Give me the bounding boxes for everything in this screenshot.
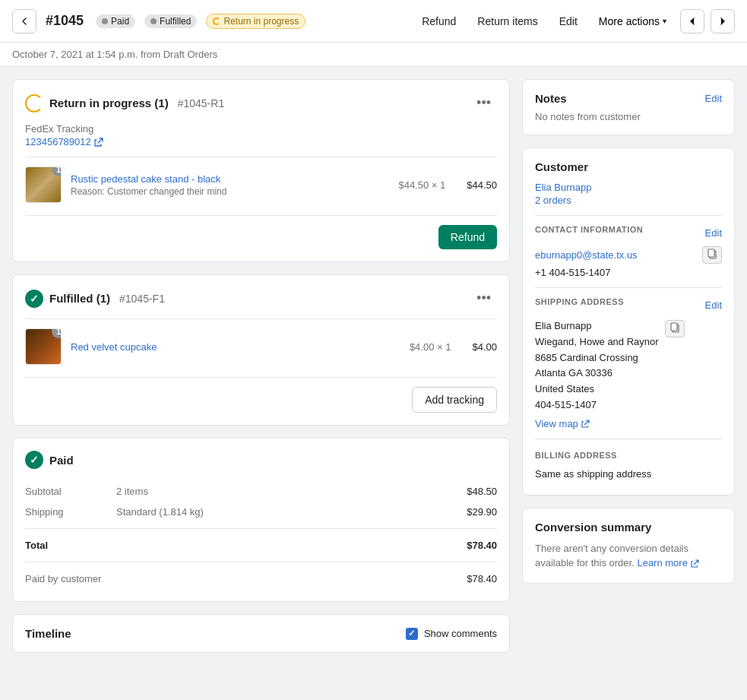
return-item-details: Rustic pedestal cake stand - black Reaso…: [71, 173, 389, 197]
total-row: Total $78.40: [25, 535, 497, 556]
svg-rect-3: [671, 323, 677, 331]
return-item-reason: Reason: Customer changed their mind: [71, 186, 389, 197]
main-right: Notes Edit No notes from customer Custom…: [522, 79, 735, 688]
chevron-down-icon: ▾: [663, 17, 666, 25]
return-item-thumbnail: 1: [25, 166, 62, 203]
fulfilled-card-title: ✓ Fulfilled (1) #1045-F1: [25, 290, 165, 308]
return-card-footer: Refund: [25, 215, 497, 249]
return-card-id: #1045-R1: [178, 97, 225, 109]
show-comments-label: Show comments: [424, 628, 497, 639]
shipping-address-header: SHIPPING ADDRESS Edit: [535, 297, 722, 312]
paid-icon: ✓: [25, 451, 43, 469]
page: #1045 Paid Fulfilled Return in progress …: [0, 0, 747, 700]
customer-divider-3: [535, 439, 722, 439]
paid-card: ✓ Paid Subtotal 2 items $48.50 Shipping …: [12, 438, 510, 602]
next-order-button[interactable]: [711, 9, 735, 33]
tracking-section: FedEx Tracking 123456789012: [25, 123, 497, 147]
conversion-title: Conversion summary: [535, 521, 722, 534]
badge-paid: Paid: [96, 14, 135, 28]
notes-title: Notes: [535, 92, 567, 105]
copy-email-button[interactable]: [702, 246, 722, 264]
paid-dot-icon: [102, 18, 108, 24]
paid-divider-2: [25, 562, 497, 562]
conversion-summary-card: Conversion summary There aren't any conv…: [522, 508, 735, 584]
header-actions: Refund Return items Edit More actions ▾: [414, 9, 735, 33]
return-progress-dot-icon: [213, 17, 220, 25]
fulfilled-icon: ✓: [25, 290, 43, 308]
phone-number: +1 404-515-1407: [535, 267, 610, 278]
return-progress-icon: [25, 94, 43, 112]
svg-rect-1: [708, 249, 714, 257]
tracking-number-link[interactable]: 123456789012: [25, 136, 497, 147]
fulfilled-item-price: $4.00 × 1: [410, 341, 451, 353]
customer-card: Customer Elia Burnapp 2 orders CONTACT I…: [522, 147, 735, 496]
main-left: Return in progress (1) #1045-R1 ••• FedE…: [12, 79, 510, 688]
notes-edit-link[interactable]: Edit: [705, 93, 722, 104]
shipping-address-edit-link[interactable]: Edit: [705, 299, 722, 311]
timeline-header: Timeline ✓ Show comments: [25, 627, 497, 640]
shipping-address-title: SHIPPING ADDRESS: [535, 297, 624, 306]
contact-section-title: CONTACT INFORMATION: [535, 225, 643, 234]
prev-order-button[interactable]: [680, 9, 704, 33]
header: #1045 Paid Fulfilled Return in progress …: [0, 0, 747, 43]
fulfilled-card-header: ✓ Fulfilled (1) #1045-F1 •••: [25, 287, 497, 309]
order-subtitle: October 7, 2021 at 1:54 p.m. from Draft …: [0, 43, 747, 67]
billing-address-same-text: Same as shipping address: [535, 467, 722, 483]
subtotal-row: Subtotal 2 items $48.50: [25, 481, 497, 502]
timeline-card: Timeline ✓ Show comments: [12, 614, 510, 653]
customer-divider-1: [535, 215, 722, 216]
billing-address-header: BILLING ADDRESS: [535, 448, 722, 461]
paid-divider: [25, 528, 497, 529]
badge-return: Return in progress: [206, 14, 305, 29]
paid-card-title: ✓ Paid: [25, 451, 497, 469]
fulfilled-card-menu-button[interactable]: •••: [470, 287, 497, 309]
customer-orders-link[interactable]: 2 orders: [535, 195, 722, 206]
shipping-address-row: Elia Burnapp Wiegand, Howe and Raynor 86…: [535, 318, 722, 413]
back-button[interactable]: [12, 9, 36, 33]
fulfilled-item-thumbnail: 1: [25, 328, 62, 365]
contact-header: CONTACT INFORMATION Edit: [535, 225, 722, 240]
refund-button[interactable]: Refund: [414, 11, 464, 32]
fulfilled-item-total: $4.00: [472, 341, 497, 353]
fulfilled-card: ✓ Fulfilled (1) #1045-F1 ••• 1 Red velve…: [12, 274, 510, 426]
fulfilled-item-row: 1 Red velvet cupcake $4.00 × 1 $4.00: [25, 318, 497, 374]
fulfilled-card-id: #1045-F1: [119, 293, 165, 305]
fulfilled-card-footer: Add tracking: [25, 377, 497, 413]
email-row: eburnapp0@state.tx.us: [535, 246, 722, 264]
main-content: Return in progress (1) #1045-R1 ••• FedE…: [0, 67, 747, 700]
more-actions-button[interactable]: More actions ▾: [591, 11, 674, 32]
external-link-conversion-icon: [691, 559, 699, 568]
customer-divider-2: [535, 287, 722, 288]
notes-header: Notes Edit: [535, 92, 722, 105]
learn-more-link[interactable]: Learn more: [637, 557, 698, 569]
return-item-row: 1 Rustic pedestal cake stand - black Rea…: [25, 157, 497, 212]
contact-edit-link[interactable]: Edit: [705, 227, 722, 239]
billing-address-title: BILLING ADDRESS: [535, 451, 617, 460]
return-in-progress-card: Return in progress (1) #1045-R1 ••• FedE…: [12, 79, 510, 262]
view-map-link[interactable]: View map: [535, 418, 590, 429]
fulfilled-item-name-link[interactable]: Red velvet cupcake: [71, 341, 157, 353]
show-comments-checkbox[interactable]: ✓: [406, 628, 418, 640]
return-card-menu-button[interactable]: •••: [470, 92, 497, 114]
copy-address-icon: [670, 322, 679, 333]
tracking-label: FedEx Tracking: [25, 123, 497, 135]
return-card-title: Return in progress (1) #1045-R1: [25, 94, 224, 112]
show-comments-row: ✓ Show comments: [406, 628, 497, 640]
email-link[interactable]: eburnapp0@state.tx.us: [535, 249, 696, 261]
customer-title: Customer: [535, 160, 722, 173]
refund-action-button[interactable]: Refund: [438, 225, 497, 249]
shipping-row: Shipping Standard (1.814 kg) $29.90: [25, 502, 497, 522]
copy-address-button[interactable]: [665, 320, 685, 337]
return-card-header: Return in progress (1) #1045-R1 •••: [25, 92, 497, 114]
return-item-name-link[interactable]: Rustic pedestal cake stand - black: [71, 173, 220, 185]
shipping-address-text: Elia Burnapp Wiegand, Howe and Raynor 86…: [535, 318, 659, 413]
add-tracking-button[interactable]: Add tracking: [412, 387, 497, 413]
return-items-button[interactable]: Return items: [470, 11, 545, 32]
return-item-total: $44.50: [467, 179, 497, 191]
external-link-icon: [94, 138, 103, 147]
timeline-title: Timeline: [25, 627, 71, 640]
badge-fulfilled: Fulfilled: [144, 14, 197, 28]
copy-icon: [707, 249, 717, 259]
edit-button[interactable]: Edit: [552, 11, 585, 32]
customer-name-link[interactable]: Elia Burnapp: [535, 182, 591, 193]
